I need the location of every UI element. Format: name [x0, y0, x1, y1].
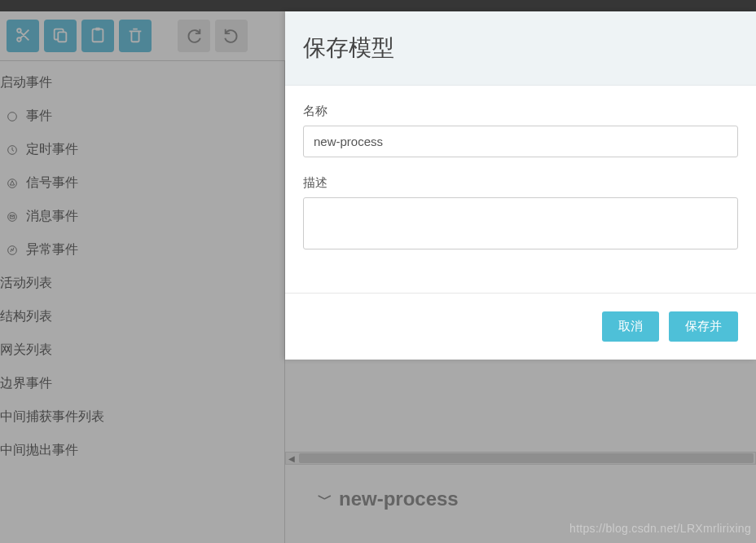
name-input[interactable] [303, 126, 738, 157]
name-label: 名称 [303, 104, 738, 119]
modal-footer: 取消 保存并 [285, 293, 756, 360]
description-label: 描述 [303, 175, 738, 191]
watermark-text: https://blog.csdn.net/LRXmrlirixing [569, 522, 751, 535]
save-model-modal: 保存模型 名称 描述 取消 保存并 [285, 11, 756, 360]
modal-title: 保存模型 [303, 33, 738, 64]
modal-header: 保存模型 [285, 11, 756, 86]
description-textarea[interactable] [303, 197, 738, 249]
cancel-button[interactable]: 取消 [602, 311, 659, 342]
modal-body: 名称 描述 [285, 86, 756, 293]
save-button[interactable]: 保存并 [669, 311, 738, 342]
